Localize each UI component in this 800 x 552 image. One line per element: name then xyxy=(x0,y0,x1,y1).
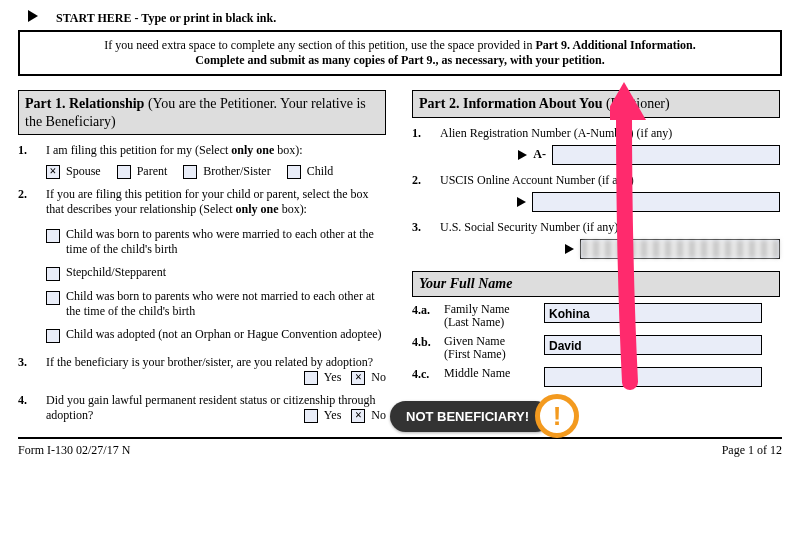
ssn-input[interactable] xyxy=(580,239,780,259)
f3-label: U.S. Social Security Number (if any) xyxy=(440,220,780,235)
q2-num: 2. xyxy=(18,187,46,347)
n4a-l1: Family Name xyxy=(444,302,510,316)
field-middle-name: 4.c. Middle Name xyxy=(412,361,780,387)
n4c-l1: Middle Name xyxy=(444,366,510,380)
f1-label: Alien Registration Number (A-Number) (if… xyxy=(440,126,780,141)
checkbox-icon: × xyxy=(351,371,365,385)
q3-text: If the beneficiary is your brother/siste… xyxy=(46,355,373,369)
checkbox-icon xyxy=(304,409,318,423)
f3-num: 3. xyxy=(412,220,440,259)
start-here-text: START HERE - Type or print in black ink. xyxy=(56,11,276,26)
page-footer: Form I-130 02/27/17 N Page 1 of 12 xyxy=(18,437,782,458)
q2-opt-3[interactable]: Child was born to parents who were not m… xyxy=(46,285,386,323)
q2-opt-4[interactable]: Child was adopted (not an Orphan or Hagu… xyxy=(46,323,386,347)
yes-label: Yes xyxy=(324,370,341,385)
instruction-bold-1: Part 9. Additional Information. xyxy=(535,38,695,52)
q4: 4. Did you gain lawful permanent residen… xyxy=(18,385,386,423)
n4b-l2: (First Name) xyxy=(444,347,506,361)
q1-option-parent[interactable]: Parent xyxy=(117,164,168,179)
q3-yes[interactable]: Yes xyxy=(304,370,341,385)
q1-option-child[interactable]: Child xyxy=(287,164,334,179)
instruction-box: If you need extra space to complete any … xyxy=(18,30,782,76)
middle-name-input[interactable] xyxy=(544,367,762,387)
q4-no[interactable]: ×No xyxy=(351,408,386,423)
q1-text-b: only one xyxy=(231,143,274,157)
q2-opt-label: Child was born to parents who were marri… xyxy=(66,227,386,257)
checkbox-icon xyxy=(46,267,60,281)
checkbox-icon xyxy=(287,165,301,179)
a-number-input[interactable] xyxy=(552,145,780,165)
q1-option-spouse[interactable]: ×Spouse xyxy=(46,164,101,179)
q3-num: 3. xyxy=(18,355,46,385)
checkbox-icon: × xyxy=(351,409,365,423)
part2-header: Part 2. Information About You (Petitione… xyxy=(412,90,780,118)
q2-opt-2[interactable]: Stepchild/Stepparent xyxy=(46,261,386,285)
a-prefix: A- xyxy=(533,147,546,162)
f2-label: USCIS Online Account Number (if any) xyxy=(440,173,780,188)
q1-option-brother-sister[interactable]: Brother/Sister xyxy=(183,164,270,179)
field-a-number: 1. Alien Registration Number (A-Number) … xyxy=(412,118,780,165)
q2-text-c: box): xyxy=(279,202,307,216)
q1-opt-label: Child xyxy=(307,164,334,179)
q3-no[interactable]: ×No xyxy=(351,370,386,385)
instruction-text-1: If you need extra space to complete any … xyxy=(104,38,535,52)
footer-right: Page 1 of 12 xyxy=(722,443,782,458)
n4c-num: 4.c. xyxy=(412,367,444,382)
part2-header-bold: Part 2. Information About You xyxy=(419,96,606,111)
f1-num: 1. xyxy=(412,126,440,165)
checkbox-icon: × xyxy=(46,165,60,179)
uscis-number-input[interactable] xyxy=(532,192,780,212)
checkbox-icon xyxy=(46,229,60,243)
q4-yes[interactable]: Yes xyxy=(304,408,341,423)
q2-text-a: If you are filing this petition for your… xyxy=(46,187,369,216)
part1-header: Part 1. Relationship (You are the Petiti… xyxy=(18,90,386,135)
triangle-right-icon xyxy=(518,150,527,160)
column-part1: Part 1. Relationship (You are the Petiti… xyxy=(18,90,386,423)
instruction-bold-2: Complete and submit as many copies of Pa… xyxy=(195,53,604,67)
q2-opt-label: Child was adopted (not an Orphan or Hagu… xyxy=(66,327,386,343)
f2-num: 2. xyxy=(412,173,440,212)
n4b-l1: Given Name xyxy=(444,334,505,348)
checkbox-icon xyxy=(46,329,60,343)
q2: 2. If you are filing this petition for y… xyxy=(18,179,386,347)
triangle-right-icon xyxy=(28,10,40,26)
q1-opt-label: Brother/Sister xyxy=(203,164,270,179)
triangle-right-icon xyxy=(565,244,574,254)
yes-label: Yes xyxy=(324,408,341,423)
field-given-name: 4.b. Given Name(First Name) David xyxy=(412,329,780,361)
footer-left: Form I-130 02/27/17 N xyxy=(18,443,130,458)
n4a-num: 4.a. xyxy=(412,303,444,318)
no-label: No xyxy=(371,408,386,423)
part2-header-rest: (Petitioner) xyxy=(606,96,670,111)
checkbox-icon xyxy=(117,165,131,179)
no-label: No xyxy=(371,370,386,385)
q1-text-c: box): xyxy=(274,143,302,157)
checkbox-icon xyxy=(304,371,318,385)
q1: 1. I am filing this petition for my (Sel… xyxy=(18,135,386,179)
checkbox-icon xyxy=(183,165,197,179)
field-family-name: 4.a. Family Name(Last Name) Kohina xyxy=(412,297,780,329)
svg-marker-0 xyxy=(28,10,38,22)
field-ssn: 3. U.S. Social Security Number (if any) xyxy=(412,212,780,259)
q2-opt-label: Stepchild/Stepparent xyxy=(66,265,386,281)
triangle-right-icon xyxy=(517,197,526,207)
family-name-input[interactable]: Kohina xyxy=(544,303,762,323)
given-name-input[interactable]: David xyxy=(544,335,762,355)
q2-opt-1[interactable]: Child was born to parents who were marri… xyxy=(46,223,386,261)
q3: 3. If the beneficiary is your brother/si… xyxy=(18,347,386,385)
q4-num: 4. xyxy=(18,393,46,423)
q1-opt-label: Spouse xyxy=(66,164,101,179)
q1-opt-label: Parent xyxy=(137,164,168,179)
q2-opt-label: Child was born to parents who were not m… xyxy=(66,289,386,319)
start-here-line: START HERE - Type or print in black ink. xyxy=(28,10,782,26)
n4a-l2: (Last Name) xyxy=(444,315,504,329)
column-part2: Part 2. Information About You (Petitione… xyxy=(412,90,780,423)
q1-text-a: I am filing this petition for my (Select xyxy=(46,143,231,157)
your-full-name-header: Your Full Name xyxy=(412,271,780,297)
q2-text-b: only one xyxy=(236,202,279,216)
field-uscis-number: 2. USCIS Online Account Number (if any) xyxy=(412,165,780,212)
q1-num: 1. xyxy=(18,143,46,179)
part1-header-bold: Part 1. Relationship xyxy=(25,96,148,111)
n4b-num: 4.b. xyxy=(412,335,444,350)
checkbox-icon xyxy=(46,291,60,305)
